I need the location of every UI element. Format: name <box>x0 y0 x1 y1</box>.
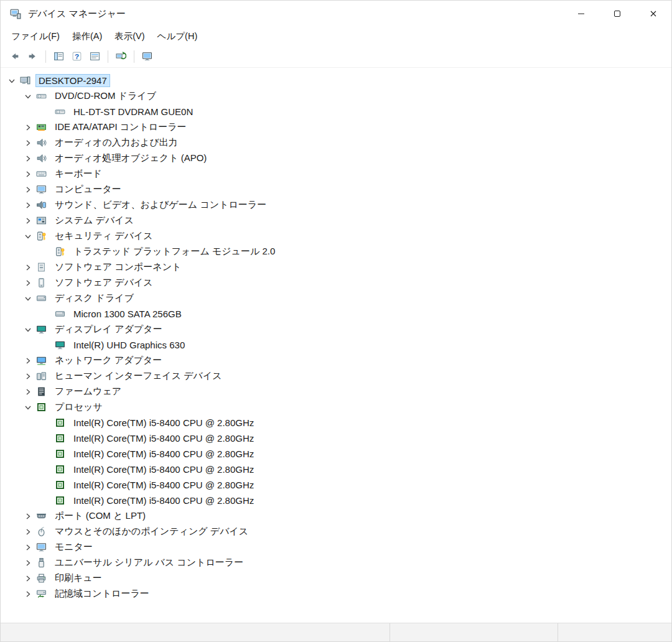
devices-button[interactable] <box>138 48 156 65</box>
tree-item[interactable]: ソフトウェア デバイス <box>1 275 671 291</box>
chevron-right-icon[interactable] <box>21 122 35 133</box>
tree-item-label: マウスとそのほかのポインティング デバイス <box>52 524 251 539</box>
tree-item[interactable]: ファームウェア <box>1 384 671 399</box>
chevron-right-icon[interactable] <box>21 542 35 552</box>
chevron-right-icon[interactable] <box>21 557 35 568</box>
chevron-down-icon[interactable] <box>21 91 35 101</box>
processor-icon <box>54 449 66 460</box>
chevron-right-icon[interactable] <box>21 153 35 164</box>
chevron-right-icon[interactable] <box>21 215 35 226</box>
monitor-icon <box>35 542 47 553</box>
scan-hardware-changes-button[interactable] <box>112 48 130 65</box>
tree-item-label: ユニバーサル シリアル バス コントローラー <box>52 556 246 570</box>
tree-item[interactable]: ポート (COM と LPT) <box>1 508 671 524</box>
tree-item-label: オーディオ処理オブジェクト (APO) <box>52 151 210 165</box>
tree-item[interactable]: Intel(R) Core(TM) i5-8400 CPU @ 2.80GHz <box>1 430 671 446</box>
ports-icon <box>35 511 47 522</box>
tree-item[interactable]: Intel(R) Core(TM) i5-8400 CPU @ 2.80GHz <box>1 462 671 477</box>
tree-item-label: ディスプレイ アダプター <box>52 322 166 337</box>
ide-controller-icon <box>35 122 47 133</box>
tree-item[interactable]: コンピューター <box>1 182 671 197</box>
help-button[interactable]: ? <box>68 48 86 65</box>
tree-item[interactable]: ユニバーサル シリアル バス コントローラー <box>1 555 671 570</box>
chevron-right-icon[interactable] <box>21 184 35 195</box>
tree-item-label: キーボード <box>52 167 105 181</box>
tree-item[interactable]: サウンド、ビデオ、およびゲーム コントローラー <box>1 197 671 213</box>
status-cell-right <box>558 623 671 641</box>
chevron-down-icon[interactable] <box>21 231 35 241</box>
tree-item[interactable]: Micron 1300 SATA 256GB <box>1 306 671 322</box>
menu-item-action[interactable]: 操作(A) <box>67 28 108 45</box>
tree-item[interactable]: ディスプレイ アダプター <box>1 322 671 337</box>
chevron-down-icon[interactable] <box>21 324 35 335</box>
tree-item-label: セキュリティ デバイス <box>52 229 156 243</box>
tree-item[interactable]: IDE ATA/ATAPI コントローラー <box>1 119 671 135</box>
tree-item[interactable]: ソフトウェア コンポーネント <box>1 259 671 275</box>
window-title: デバイス マネージャー <box>28 8 126 20</box>
tree-item[interactable]: システム デバイス <box>1 213 671 228</box>
security-device-icon <box>54 246 66 258</box>
show-console-tree-button[interactable] <box>50 48 68 65</box>
status-cell-mid <box>390 623 558 641</box>
back-button[interactable] <box>6 48 24 65</box>
tree-item[interactable]: Intel(R) Core(TM) i5-8400 CPU @ 2.80GHz <box>1 493 671 508</box>
tree-item-label: ネットワーク アダプター <box>52 353 165 368</box>
storage-controller-icon <box>35 588 47 600</box>
tree-item[interactable]: ヒューマン インターフェイス デバイス <box>1 368 671 384</box>
maximize-button[interactable] <box>599 1 635 27</box>
tree-item[interactable]: トラステッド プラットフォーム モジュール 2.0 <box>1 244 671 259</box>
tree-item[interactable]: キーボード <box>1 166 671 182</box>
properties-button[interactable] <box>86 48 104 65</box>
mouse-icon <box>35 526 47 537</box>
chevron-down-icon[interactable] <box>4 75 19 86</box>
svg-text:?: ? <box>75 52 79 60</box>
chevron-right-icon[interactable] <box>21 262 35 272</box>
menubar: ファイル(F)操作(A)表示(V)ヘルプ(H) <box>1 27 671 45</box>
tree-item[interactable]: Intel(R) Core(TM) i5-8400 CPU @ 2.80GHz <box>1 477 671 493</box>
chevron-right-icon[interactable] <box>21 137 35 148</box>
chevron-right-icon[interactable] <box>21 588 35 599</box>
tree-item[interactable]: Intel(R) UHD Graphics 630 <box>1 337 671 353</box>
forward-button[interactable] <box>24 48 42 65</box>
menu-item-view[interactable]: 表示(V) <box>109 28 150 45</box>
tree-item[interactable]: 記憶域コントローラー <box>1 586 671 602</box>
processor-icon <box>35 402 47 413</box>
tree-item[interactable]: マウスとそのほかのポインティング デバイス <box>1 524 671 539</box>
menu-item-file[interactable]: ファイル(F) <box>6 28 65 45</box>
tree-item[interactable]: プロセッサ <box>1 399 671 415</box>
chevron-right-icon[interactable] <box>21 277 35 288</box>
software-device-icon <box>35 277 47 289</box>
tree-item[interactable]: ネットワーク アダプター <box>1 353 671 368</box>
menu-item-help[interactable]: ヘルプ(H) <box>152 28 203 45</box>
tree-item[interactable]: DVD/CD-ROM ドライブ <box>1 88 671 104</box>
tree-item[interactable]: オーディオ処理オブジェクト (APO) <box>1 151 671 166</box>
tree-item-label: Intel(R) Core(TM) i5-8400 CPU @ 2.80GHz <box>70 416 257 429</box>
titlebar: デバイス マネージャー <box>1 1 671 27</box>
tree-item[interactable]: オーディオの入力および出力 <box>1 135 671 151</box>
chevron-down-icon[interactable] <box>21 402 35 412</box>
tree-item[interactable]: Intel(R) Core(TM) i5-8400 CPU @ 2.80GHz <box>1 415 671 430</box>
chevron-right-icon[interactable] <box>21 573 35 584</box>
tree-item[interactable]: HL-DT-ST DVDRAM GUE0N <box>1 104 671 119</box>
audio-endpoint-icon <box>35 137 47 149</box>
tree-item[interactable]: セキュリティ デバイス <box>1 228 671 244</box>
chevron-down-icon[interactable] <box>21 293 35 304</box>
tree-item-root[interactable]: DESKTOP-2947 <box>1 73 671 88</box>
tree-item[interactable]: Intel(R) Core(TM) i5-8400 CPU @ 2.80GHz <box>1 446 671 462</box>
tree-item[interactable]: ディスク ドライブ <box>1 291 671 306</box>
sound-video-game-icon <box>35 200 47 211</box>
chevron-right-icon[interactable] <box>21 526 35 537</box>
close-button[interactable] <box>635 1 671 27</box>
software-component-icon <box>35 262 47 273</box>
chevron-right-icon[interactable] <box>21 371 35 381</box>
chevron-right-icon[interactable] <box>21 169 35 179</box>
chevron-right-icon[interactable] <box>21 511 35 521</box>
system-device-icon <box>35 215 47 226</box>
minimize-button[interactable] <box>563 1 599 27</box>
tree-item[interactable]: 印刷キュー <box>1 570 671 586</box>
chevron-right-icon[interactable] <box>21 386 35 397</box>
chevron-right-icon[interactable] <box>21 355 35 366</box>
tree-item[interactable]: モニター <box>1 539 671 555</box>
tree-item-label: DESKTOP-2947 <box>35 74 110 87</box>
chevron-right-icon[interactable] <box>21 200 35 210</box>
